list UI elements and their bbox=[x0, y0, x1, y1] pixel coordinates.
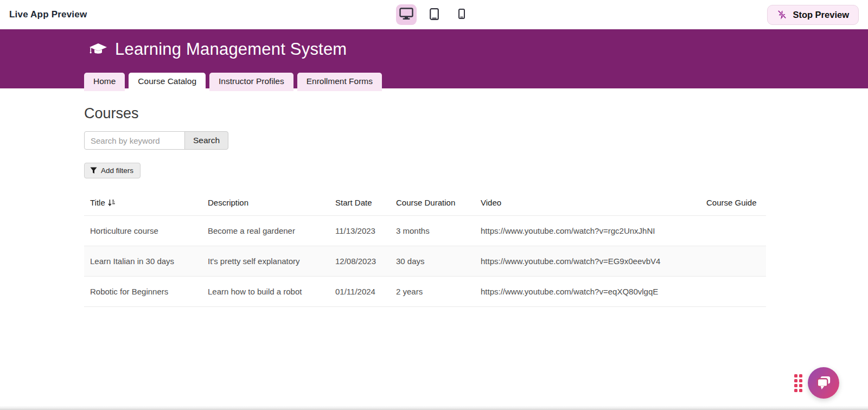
cell-start-date: 12/08/2023 bbox=[329, 246, 390, 277]
tab-instructor-profiles[interactable]: Instructor Profiles bbox=[209, 73, 293, 91]
cell-course-guide bbox=[700, 246, 766, 277]
chat-launcher-button[interactable] bbox=[808, 367, 839, 399]
column-header-video[interactable]: Video bbox=[475, 190, 700, 216]
preview-toolbar: Live App Preview bbox=[0, 0, 868, 29]
tab-home[interactable]: Home bbox=[84, 73, 125, 91]
flash-off-icon bbox=[777, 10, 787, 20]
sort-ascending-icon bbox=[108, 199, 115, 207]
add-filters-label: Add filters bbox=[101, 166, 133, 175]
cell-course-guide bbox=[700, 216, 766, 246]
mobile-icon bbox=[458, 9, 465, 21]
app-title: Learning Management System bbox=[115, 40, 347, 59]
app-header: Learning Management System Home Course C… bbox=[0, 29, 868, 88]
cell-duration: 2 years bbox=[390, 277, 475, 307]
main-content: Courses Search Add filters Title bbox=[0, 105, 868, 307]
cell-video-url: https://www.youtube.com/watch?v=eqXQ80vl… bbox=[475, 277, 700, 307]
tab-course-catalog[interactable]: Course Catalog bbox=[129, 73, 206, 91]
page-bottom-shadow bbox=[0, 406, 868, 410]
cell-description: Become a real gardener bbox=[202, 216, 329, 246]
graduation-cap-icon bbox=[88, 42, 108, 57]
cell-title: Learn Italian in 30 days bbox=[84, 246, 202, 277]
column-header-description[interactable]: Description bbox=[202, 190, 329, 216]
search-input[interactable] bbox=[84, 131, 185, 150]
tablet-icon bbox=[430, 8, 439, 22]
cell-start-date: 01/11/2024 bbox=[329, 277, 390, 307]
device-tablet-button[interactable] bbox=[424, 4, 444, 25]
chat-bubbles-icon bbox=[815, 374, 833, 392]
table-row: Horticulture course Become a real garden… bbox=[84, 216, 766, 246]
courses-table: Title Description Start bbox=[84, 190, 766, 307]
chat-widget-drag-handle[interactable] bbox=[794, 374, 802, 392]
stop-preview-button[interactable]: Stop Preview bbox=[767, 5, 859, 25]
cell-video-url: https://www.youtube.com/watch?v=rgc2UnxJ… bbox=[475, 216, 700, 246]
cell-duration: 3 months bbox=[390, 216, 475, 246]
table-row: Robotic for Beginners Learn how to build… bbox=[84, 277, 766, 307]
add-filters-button[interactable]: Add filters bbox=[84, 163, 141, 178]
column-header-course-guide[interactable]: Course Guide bbox=[700, 190, 766, 216]
cell-description: It's pretty self explanatory bbox=[202, 246, 329, 277]
cell-title: Robotic for Beginners bbox=[84, 277, 202, 307]
cell-start-date: 11/13/2023 bbox=[329, 216, 390, 246]
cell-description: Learn how to build a robot bbox=[202, 277, 329, 307]
table-header-row: Title Description Start bbox=[84, 190, 766, 216]
app-title-row: Learning Management System bbox=[0, 29, 868, 59]
device-mobile-button[interactable] bbox=[451, 4, 472, 25]
cell-title: Horticulture course bbox=[84, 216, 202, 246]
tab-bar: Home Course Catalog Instructor Profiles … bbox=[84, 73, 382, 91]
device-toggle-group bbox=[396, 4, 472, 25]
cell-duration: 30 days bbox=[390, 246, 475, 277]
desktop-icon bbox=[399, 8, 413, 22]
column-header-course-duration[interactable]: Course Duration bbox=[390, 190, 475, 216]
column-header-title-label: Title bbox=[90, 198, 105, 207]
column-header-title[interactable]: Title bbox=[84, 190, 202, 216]
table-row: Learn Italian in 30 days It's pretty sel… bbox=[84, 246, 766, 277]
tab-enrollment-forms[interactable]: Enrollment Forms bbox=[297, 73, 382, 91]
device-desktop-button[interactable] bbox=[396, 4, 417, 25]
stop-preview-label: Stop Preview bbox=[793, 10, 849, 20]
column-header-start-date[interactable]: Start Date bbox=[329, 190, 390, 216]
page-title: Courses bbox=[84, 105, 868, 122]
preview-title: Live App Preview bbox=[9, 9, 87, 20]
search-bar: Search bbox=[84, 131, 868, 150]
search-button[interactable]: Search bbox=[184, 131, 228, 150]
cell-course-guide bbox=[700, 277, 766, 307]
filter-funnel-icon bbox=[90, 167, 97, 174]
cell-video-url: https://www.youtube.com/watch?v=EG9x0eev… bbox=[475, 246, 700, 277]
